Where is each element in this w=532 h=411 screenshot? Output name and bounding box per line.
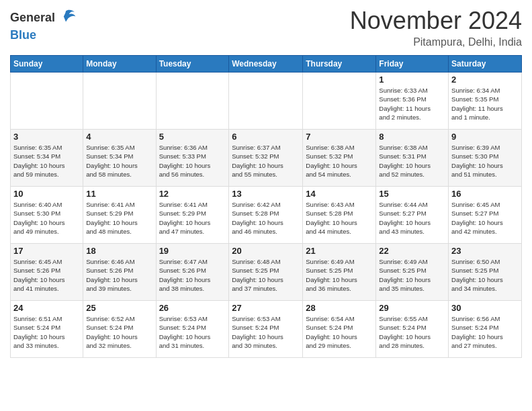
day-number: 15 (379, 189, 445, 199)
calendar-cell: 24Sunrise: 6:51 AM Sunset: 5:24 PM Dayli… (11, 301, 83, 358)
week-row-4: 24Sunrise: 6:51 AM Sunset: 5:24 PM Dayli… (11, 301, 522, 358)
header-wednesday: Wednesday (229, 56, 303, 73)
day-info: Sunrise: 6:50 AM Sunset: 5:25 PM Dayligh… (451, 257, 519, 293)
week-row-1: 3Sunrise: 6:35 AM Sunset: 5:34 PM Daylig… (11, 130, 522, 187)
logo-general-text: General (10, 11, 55, 25)
calendar-cell (11, 73, 83, 130)
calendar-cell: 7Sunrise: 6:38 AM Sunset: 5:32 PM Daylig… (303, 130, 376, 187)
day-number: 14 (306, 189, 373, 199)
day-info: Sunrise: 6:41 AM Sunset: 5:29 PM Dayligh… (86, 200, 152, 236)
day-info: Sunrise: 6:38 AM Sunset: 5:32 PM Dayligh… (306, 143, 373, 179)
day-info: Sunrise: 6:35 AM Sunset: 5:34 PM Dayligh… (86, 143, 152, 179)
calendar-cell: 15Sunrise: 6:44 AM Sunset: 5:27 PM Dayli… (376, 187, 449, 244)
day-number: 25 (86, 303, 152, 313)
page-container: General Blue November 2024 Pitampura, De… (0, 0, 532, 365)
calendar-header-row: Sunday Monday Tuesday Wednesday Thursday… (11, 56, 522, 73)
header-monday: Monday (83, 56, 156, 73)
day-number: 3 (13, 132, 80, 142)
calendar-cell: 4Sunrise: 6:35 AM Sunset: 5:34 PM Daylig… (83, 130, 156, 187)
logo-bird-icon (55, 7, 77, 28)
logo: General Blue (10, 7, 77, 42)
day-number: 23 (451, 246, 519, 256)
day-number: 22 (379, 246, 445, 256)
header-friday: Friday (376, 56, 449, 73)
calendar-cell: 19Sunrise: 6:47 AM Sunset: 5:26 PM Dayli… (156, 244, 229, 301)
calendar-cell: 18Sunrise: 6:46 AM Sunset: 5:26 PM Dayli… (83, 244, 156, 301)
day-info: Sunrise: 6:55 AM Sunset: 5:24 PM Dayligh… (379, 314, 445, 350)
day-number: 10 (13, 189, 80, 199)
calendar-cell: 14Sunrise: 6:43 AM Sunset: 5:28 PM Dayli… (303, 187, 376, 244)
day-number: 26 (159, 303, 226, 313)
calendar-cell: 12Sunrise: 6:41 AM Sunset: 5:29 PM Dayli… (156, 187, 229, 244)
calendar-cell: 30Sunrise: 6:56 AM Sunset: 5:24 PM Dayli… (449, 301, 522, 358)
day-info: Sunrise: 6:37 AM Sunset: 5:32 PM Dayligh… (232, 143, 300, 179)
day-number: 4 (86, 132, 152, 142)
day-info: Sunrise: 6:38 AM Sunset: 5:31 PM Dayligh… (379, 143, 445, 179)
day-info: Sunrise: 6:43 AM Sunset: 5:28 PM Dayligh… (306, 200, 373, 236)
day-info: Sunrise: 6:41 AM Sunset: 5:29 PM Dayligh… (159, 200, 226, 236)
calendar-cell: 16Sunrise: 6:45 AM Sunset: 5:27 PM Dayli… (449, 187, 522, 244)
week-row-3: 17Sunrise: 6:45 AM Sunset: 5:26 PM Dayli… (11, 244, 522, 301)
day-number: 9 (451, 132, 519, 142)
day-info: Sunrise: 6:34 AM Sunset: 5:35 PM Dayligh… (451, 86, 519, 122)
day-number: 30 (451, 303, 519, 313)
day-info: Sunrise: 6:35 AM Sunset: 5:34 PM Dayligh… (13, 143, 80, 179)
day-number: 29 (379, 303, 445, 313)
calendar-cell (83, 73, 156, 130)
calendar-cell: 3Sunrise: 6:35 AM Sunset: 5:34 PM Daylig… (11, 130, 83, 187)
calendar-cell: 27Sunrise: 6:53 AM Sunset: 5:24 PM Dayli… (229, 301, 303, 358)
day-info: Sunrise: 6:49 AM Sunset: 5:25 PM Dayligh… (379, 257, 445, 293)
day-info: Sunrise: 6:52 AM Sunset: 5:24 PM Dayligh… (86, 314, 152, 350)
calendar-cell: 21Sunrise: 6:49 AM Sunset: 5:25 PM Dayli… (303, 244, 376, 301)
day-info: Sunrise: 6:40 AM Sunset: 5:30 PM Dayligh… (13, 200, 80, 236)
day-info: Sunrise: 6:53 AM Sunset: 5:24 PM Dayligh… (232, 314, 300, 350)
calendar-cell: 29Sunrise: 6:55 AM Sunset: 5:24 PM Dayli… (376, 301, 449, 358)
calendar-cell: 10Sunrise: 6:40 AM Sunset: 5:30 PM Dayli… (11, 187, 83, 244)
day-number: 5 (159, 132, 226, 142)
day-number: 18 (86, 246, 152, 256)
header-thursday: Thursday (303, 56, 376, 73)
calendar-cell: 17Sunrise: 6:45 AM Sunset: 5:26 PM Dayli… (11, 244, 83, 301)
day-number: 21 (306, 246, 373, 256)
day-info: Sunrise: 6:53 AM Sunset: 5:24 PM Dayligh… (159, 314, 226, 350)
day-number: 1 (379, 75, 445, 85)
calendar-table: Sunday Monday Tuesday Wednesday Thursday… (10, 55, 522, 358)
day-number: 12 (159, 189, 226, 199)
day-info: Sunrise: 6:48 AM Sunset: 5:25 PM Dayligh… (232, 257, 300, 293)
day-number: 24 (13, 303, 80, 313)
header-tuesday: Tuesday (156, 56, 229, 73)
calendar-cell: 11Sunrise: 6:41 AM Sunset: 5:29 PM Dayli… (83, 187, 156, 244)
calendar-cell: 28Sunrise: 6:54 AM Sunset: 5:24 PM Dayli… (303, 301, 376, 358)
day-number: 28 (306, 303, 373, 313)
day-number: 27 (232, 303, 300, 313)
calendar-cell (303, 73, 376, 130)
day-number: 17 (13, 246, 80, 256)
week-row-2: 10Sunrise: 6:40 AM Sunset: 5:30 PM Dayli… (11, 187, 522, 244)
day-info: Sunrise: 6:47 AM Sunset: 5:26 PM Dayligh… (159, 257, 226, 293)
day-info: Sunrise: 6:51 AM Sunset: 5:24 PM Dayligh… (13, 314, 80, 350)
header-sunday: Sunday (11, 56, 83, 73)
calendar-cell: 26Sunrise: 6:53 AM Sunset: 5:24 PM Dayli… (156, 301, 229, 358)
day-number: 20 (232, 246, 300, 256)
day-number: 7 (306, 132, 373, 142)
day-info: Sunrise: 6:56 AM Sunset: 5:24 PM Dayligh… (451, 314, 519, 350)
calendar-cell: 5Sunrise: 6:36 AM Sunset: 5:33 PM Daylig… (156, 130, 229, 187)
day-info: Sunrise: 6:39 AM Sunset: 5:30 PM Dayligh… (451, 143, 519, 179)
calendar-cell (156, 73, 229, 130)
calendar-cell (229, 73, 303, 130)
calendar-cell: 25Sunrise: 6:52 AM Sunset: 5:24 PM Dayli… (83, 301, 156, 358)
location: Pitampura, Delhi, India (350, 36, 522, 48)
day-info: Sunrise: 6:44 AM Sunset: 5:27 PM Dayligh… (379, 200, 445, 236)
day-info: Sunrise: 6:45 AM Sunset: 5:26 PM Dayligh… (13, 257, 80, 293)
calendar-cell: 1Sunrise: 6:33 AM Sunset: 5:36 PM Daylig… (376, 73, 449, 130)
month-title: November 2024 (350, 7, 522, 35)
day-number: 19 (159, 246, 226, 256)
day-info: Sunrise: 6:45 AM Sunset: 5:27 PM Dayligh… (451, 200, 519, 236)
day-number: 11 (86, 189, 152, 199)
week-row-0: 1Sunrise: 6:33 AM Sunset: 5:36 PM Daylig… (11, 73, 522, 130)
calendar-cell: 23Sunrise: 6:50 AM Sunset: 5:25 PM Dayli… (449, 244, 522, 301)
day-info: Sunrise: 6:49 AM Sunset: 5:25 PM Dayligh… (306, 257, 373, 293)
calendar-cell: 22Sunrise: 6:49 AM Sunset: 5:25 PM Dayli… (376, 244, 449, 301)
calendar-cell: 20Sunrise: 6:48 AM Sunset: 5:25 PM Dayli… (229, 244, 303, 301)
day-info: Sunrise: 6:42 AM Sunset: 5:28 PM Dayligh… (232, 200, 300, 236)
